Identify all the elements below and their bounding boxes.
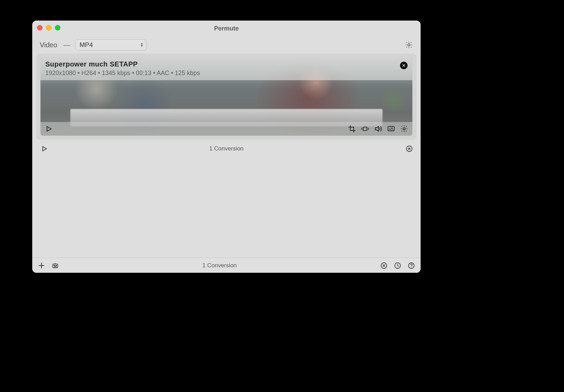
status-text: 1 Conversion: [209, 145, 244, 152]
separator: —: [63, 41, 70, 49]
clock-icon: [394, 262, 401, 269]
minimize-window-button[interactable]: [46, 25, 51, 30]
svg-marker-5: [43, 147, 46, 151]
gear-icon: [400, 125, 408, 133]
bottom-status-text: 1 Conversion: [65, 262, 374, 269]
format-selected-value: MP4: [80, 41, 93, 49]
category-label: Video: [40, 41, 57, 49]
trim-button[interactable]: [361, 125, 369, 133]
svg-rect-7: [53, 264, 58, 268]
video-card[interactable]: Superpower much SETAPP 1920x1080 • H264 …: [40, 58, 412, 136]
circle-x-icon: [406, 145, 413, 152]
empty-area: [32, 156, 421, 258]
subtitles-button[interactable]: [387, 125, 395, 133]
zoom-window-button[interactable]: [55, 25, 60, 30]
app-window: Permute Video — MP4 ▲▼ Superpower much S…: [32, 21, 421, 273]
svg-rect-3: [388, 126, 394, 131]
svg-point-13: [411, 267, 412, 267]
item-settings-button[interactable]: [400, 125, 408, 133]
presets-button[interactable]: [51, 262, 59, 269]
plus-icon: [38, 262, 45, 269]
crop-button[interactable]: [348, 125, 356, 133]
status-row: 1 Conversion: [32, 141, 421, 156]
svg-marker-1: [47, 126, 51, 131]
preset-settings-button[interactable]: [405, 41, 413, 49]
close-window-button[interactable]: [37, 25, 43, 30]
circle-x-icon: [380, 262, 388, 269]
robot-icon: [51, 262, 59, 269]
volume-button[interactable]: [374, 125, 382, 133]
speaker-icon: [374, 125, 382, 133]
video-card-header: Superpower much SETAPP 1920x1080 • H264 …: [40, 58, 412, 80]
conversion-panel: Superpower much SETAPP 1920x1080 • H264 …: [36, 53, 416, 140]
subtitles-icon: [387, 125, 395, 133]
trim-icon: [361, 125, 369, 133]
toolbar: Video — MP4 ▲▼: [32, 36, 421, 53]
svg-point-9: [56, 265, 57, 266]
titlebar: Permute: [32, 21, 421, 36]
window-title: Permute: [214, 25, 239, 32]
video-metadata: 1920x1080 • H264 • 1345 kbps • 00:13 • A…: [45, 70, 408, 77]
clear-all-button[interactable]: [380, 262, 388, 269]
schedule-button[interactable]: [394, 262, 401, 269]
add-file-button[interactable]: [38, 262, 45, 269]
help-icon: [408, 262, 415, 269]
start-conversion-button[interactable]: [40, 145, 48, 152]
close-icon: [402, 63, 406, 68]
svg-point-4: [403, 128, 405, 130]
help-button[interactable]: [408, 262, 415, 269]
crop-icon: [348, 125, 356, 133]
svg-point-8: [54, 265, 55, 266]
chevron-updown-icon: ▲▼: [140, 42, 143, 47]
svg-rect-2: [363, 127, 367, 131]
window-controls: [37, 25, 60, 30]
svg-point-0: [408, 44, 410, 46]
bottom-bar: 1 Conversion: [32, 258, 421, 273]
remove-video-button[interactable]: [400, 62, 408, 69]
video-card-footer: [40, 122, 412, 136]
gear-icon: [405, 41, 413, 49]
play-icon: [40, 145, 48, 152]
play-icon: [45, 125, 53, 133]
video-tools: [348, 125, 408, 133]
preview-play-button[interactable]: [45, 125, 53, 133]
format-select[interactable]: MP4 ▲▼: [75, 39, 146, 50]
video-title: Superpower much SETAPP: [45, 60, 408, 68]
clear-list-button[interactable]: [406, 145, 413, 152]
